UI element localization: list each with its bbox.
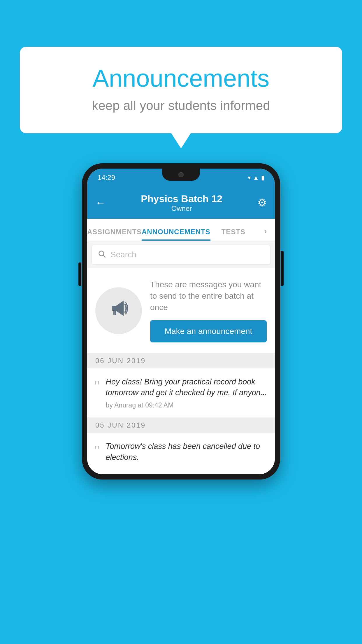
announcement-text-1: Hey class! Bring your practical record b… (106, 377, 268, 399)
quote-icon-2: " (94, 443, 100, 457)
announcement-text-2: Tomorrow's class has been cancelled due … (106, 441, 268, 463)
status-time: 14:29 (98, 174, 115, 182)
announcement-item-2[interactable]: " Tomorrow's class has been cancelled du… (87, 433, 275, 474)
announcement-item-1[interactable]: " Hey class! Bring your practical record… (87, 368, 275, 418)
prompt-description: These are messages you want to send to t… (150, 279, 267, 313)
date-separator-1: 06 JUN 2019 (87, 353, 275, 368)
bubble-subtitle: keep all your students informed (43, 98, 319, 113)
announcement-meta-1: by Anurag at 09:42 AM (106, 401, 268, 409)
header-title: Physics Batch 12 (141, 193, 222, 204)
search-placeholder: Search (110, 250, 136, 259)
announcement-prompt: These are messages you want to send to t… (87, 268, 275, 353)
megaphone-icon (108, 298, 129, 323)
header-center: Physics Batch 12 Owner (141, 193, 222, 213)
make-announcement-button[interactable]: Make an announcement (150, 320, 267, 342)
bubble-title: Announcements (43, 64, 319, 92)
status-bar: 14:29 ▾ ▲ ▮ (87, 169, 275, 187)
prompt-right: These are messages you want to send to t… (150, 279, 267, 342)
wifi-icon: ▾ (248, 174, 251, 181)
megaphone-circle (95, 287, 142, 334)
back-button[interactable]: ← (95, 197, 106, 209)
announcement-content-2: Tomorrow's class has been cancelled due … (106, 441, 268, 466)
date-separator-2: 05 JUN 2019 (87, 418, 275, 433)
tab-announcements[interactable]: ANNOUNCEMENTS (142, 228, 210, 241)
tab-more[interactable]: › (256, 227, 275, 241)
notch (162, 169, 200, 181)
tabs-bar: ASSIGNMENTS ANNOUNCEMENTS TESTS › (87, 219, 275, 241)
signal-icon: ▲ (253, 174, 259, 181)
search-icon (98, 250, 106, 260)
camera-dot (178, 172, 184, 177)
settings-icon[interactable]: ⚙ (257, 197, 267, 209)
speech-bubble-container: Announcements keep all your students inf… (20, 47, 342, 133)
status-icons: ▾ ▲ ▮ (248, 174, 264, 181)
app-header: ← Physics Batch 12 Owner ⚙ (87, 187, 275, 219)
tab-tests[interactable]: TESTS (210, 228, 256, 241)
svg-line-1 (103, 255, 105, 257)
search-bar[interactable]: Search (92, 245, 270, 264)
phone-mockup: 14:29 ▾ ▲ ▮ ← Physics Batch 12 Owner ⚙ (82, 163, 280, 480)
battery-icon: ▮ (261, 174, 264, 181)
phone-screen: 14:29 ▾ ▲ ▮ ← Physics Batch 12 Owner ⚙ (87, 169, 275, 474)
quote-icon-1: " (94, 379, 100, 393)
announcement-content-1: Hey class! Bring your practical record b… (106, 377, 268, 410)
tab-assignments[interactable]: ASSIGNMENTS (87, 228, 142, 241)
speech-bubble: Announcements keep all your students inf… (20, 47, 342, 133)
header-subtitle: Owner (141, 204, 222, 213)
search-container: Search (87, 241, 275, 268)
phone-outer: 14:29 ▾ ▲ ▮ ← Physics Batch 12 Owner ⚙ (82, 163, 280, 480)
